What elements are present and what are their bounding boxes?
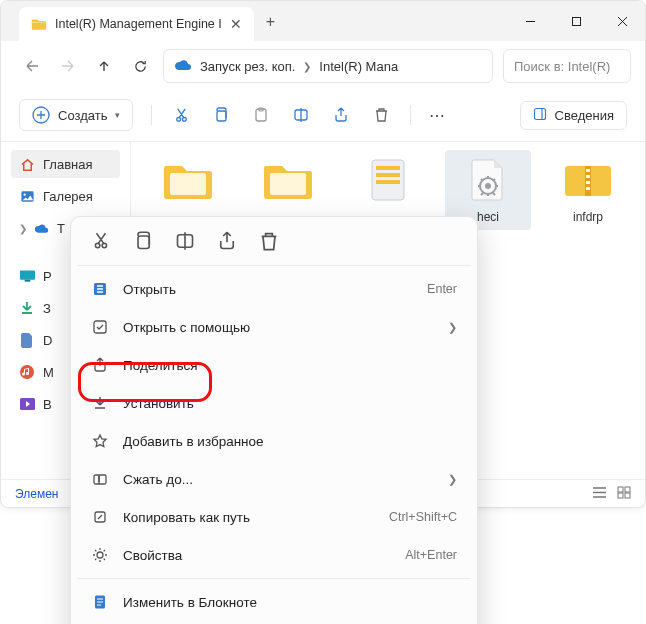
svg-point-32 <box>97 552 103 558</box>
plus-circle-icon <box>32 106 50 124</box>
delete-icon[interactable] <box>259 231 279 251</box>
create-button[interactable]: Создать ▾ <box>19 99 133 131</box>
document-icon <box>19 332 35 348</box>
cut-icon[interactable] <box>91 231 111 251</box>
zip-file-icon <box>562 156 614 204</box>
ctx-properties[interactable]: Свойства Alt+Enter <box>77 536 471 574</box>
share-icon[interactable] <box>217 231 237 251</box>
back-button[interactable] <box>19 53 45 79</box>
svg-point-8 <box>23 193 25 195</box>
view-list-icon[interactable] <box>592 486 607 502</box>
open-icon <box>91 280 109 298</box>
download-icon <box>19 300 35 316</box>
ctx-open[interactable]: Открыть Enter <box>77 270 471 308</box>
rename-icon[interactable] <box>290 104 312 126</box>
info-icon <box>533 107 547 124</box>
inf-file-icon <box>462 156 514 204</box>
ctx-compress[interactable]: Сжать до... ❯ <box>77 460 471 498</box>
file-label: infdrp <box>573 210 603 224</box>
copy-icon[interactable] <box>210 104 232 126</box>
svg-rect-9 <box>20 270 35 279</box>
ctx-edit-notepad[interactable]: Изменить в Блокноте <box>77 583 471 621</box>
install-icon <box>91 394 109 412</box>
context-menu: Открыть Enter Открыть с помощью ❯ Подели… <box>70 216 478 624</box>
delete-icon[interactable] <box>370 104 392 126</box>
music-icon <box>19 364 35 380</box>
svg-rect-13 <box>170 173 206 195</box>
svg-rect-6 <box>534 108 545 119</box>
forward-button <box>55 53 81 79</box>
tab-active[interactable]: Intel(R) Management Engine I ✕ <box>19 7 254 41</box>
ctx-copy-path[interactable]: Копировать как путь Ctrl+Shift+C <box>77 498 471 536</box>
video-icon <box>19 396 35 412</box>
chevron-right-icon: ❯ <box>448 321 457 334</box>
ctx-favorite[interactable]: Добавить в избранное <box>77 422 471 460</box>
search-input[interactable]: Поиск в: Intel(R) <box>503 49 631 83</box>
titlebar: Intel(R) Management Engine I ✕ + <box>1 1 645 41</box>
svg-rect-24 <box>618 493 623 498</box>
sidebar-gallery[interactable]: Галерея <box>11 182 120 210</box>
tab-title: Intel(R) Management Engine I <box>55 17 222 31</box>
minimize-button[interactable] <box>507 1 553 41</box>
share-icon[interactable] <box>330 104 352 126</box>
svg-rect-16 <box>376 166 400 170</box>
properties-icon <box>91 546 109 564</box>
toolbar: Создать ▾ ⋯ Сведения <box>1 93 645 142</box>
address-bar[interactable]: Запуск рез. коп. ❯ Intel(R) Mana <box>163 49 493 83</box>
compress-icon <box>91 470 109 488</box>
svg-rect-2 <box>217 111 226 121</box>
copy-icon[interactable] <box>133 231 153 251</box>
close-button[interactable] <box>599 1 645 41</box>
share-icon <box>91 356 109 374</box>
refresh-button[interactable] <box>127 53 153 79</box>
status-text: Элемен <box>15 487 58 501</box>
svg-rect-0 <box>572 17 580 25</box>
setup-file-icon <box>362 156 414 204</box>
window-controls <box>507 1 645 41</box>
home-icon <box>19 156 35 172</box>
paste-icon[interactable] <box>250 104 272 126</box>
expand-icon[interactable]: ❯ <box>19 223 27 234</box>
file-item[interactable]: infdrp <box>545 150 631 230</box>
ctx-share[interactable]: Поделиться <box>77 346 471 384</box>
star-icon <box>91 432 109 450</box>
folder-icon <box>31 17 47 31</box>
svg-point-11 <box>20 365 34 379</box>
svg-rect-26 <box>138 236 149 249</box>
up-button[interactable] <box>91 53 117 79</box>
ctx-install[interactable]: Установить <box>77 384 471 422</box>
navigation-row: Запуск рез. коп. ❯ Intel(R) Mana Поиск в… <box>1 41 645 93</box>
svg-rect-17 <box>376 173 400 177</box>
notepad-icon <box>91 593 109 611</box>
cloud-icon <box>174 59 192 74</box>
gallery-icon <box>19 188 35 204</box>
file-label: heci <box>477 210 499 224</box>
svg-rect-23 <box>625 487 630 492</box>
folder-icon <box>262 156 314 204</box>
rename-icon[interactable] <box>175 231 195 251</box>
open-with-icon <box>91 318 109 336</box>
folder-icon <box>162 156 214 204</box>
breadcrumb-item[interactable]: Intel(R) Mana <box>319 59 398 74</box>
svg-rect-14 <box>270 173 306 195</box>
breadcrumb-item[interactable]: Запуск рез. коп. <box>200 59 295 74</box>
svg-rect-22 <box>618 487 623 492</box>
copy-path-icon <box>91 508 109 526</box>
svg-rect-10 <box>24 280 30 282</box>
chevron-right-icon: ❯ <box>448 473 457 486</box>
view-grid-icon[interactable] <box>617 486 631 502</box>
cut-icon[interactable] <box>170 104 192 126</box>
sidebar-home[interactable]: Главная <box>11 150 120 178</box>
new-tab-button[interactable]: + <box>266 13 275 31</box>
chevron-down-icon: ▾ <box>115 110 120 120</box>
ctx-open-with[interactable]: Открыть с помощью ❯ <box>77 308 471 346</box>
svg-rect-18 <box>376 180 400 184</box>
svg-point-20 <box>485 183 491 189</box>
desktop-icon <box>19 268 35 284</box>
maximize-button[interactable] <box>553 1 599 41</box>
details-button[interactable]: Сведения <box>520 101 627 130</box>
more-button[interactable]: ⋯ <box>429 106 447 125</box>
svg-rect-29 <box>94 321 106 333</box>
svg-rect-25 <box>625 493 630 498</box>
tab-close-icon[interactable]: ✕ <box>230 17 242 31</box>
